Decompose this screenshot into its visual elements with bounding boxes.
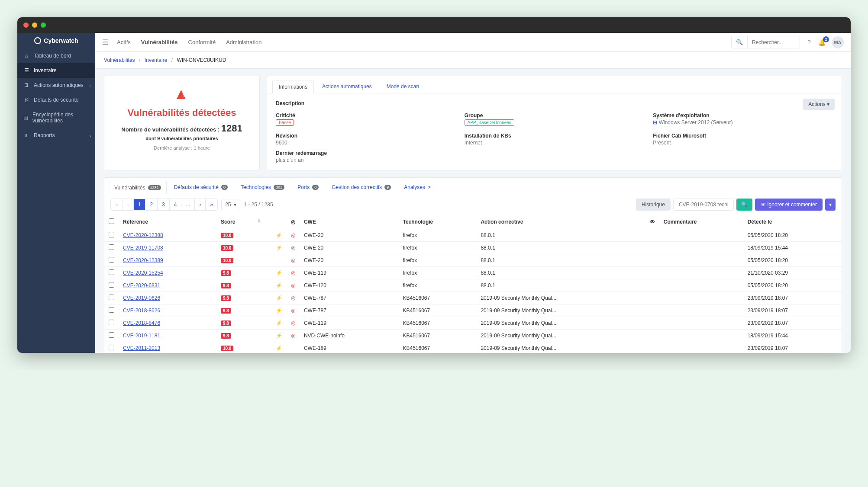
cve-link[interactable]: CVE-2019-1181 <box>123 333 160 339</box>
topnav-link-3[interactable]: Administration <box>226 39 261 45</box>
cve-link[interactable]: CVE-2018-8626 <box>123 308 160 314</box>
table-tab-4[interactable]: Gestion des correctifs9 <box>326 180 397 194</box>
table-row: CVE-2019-1181 9.8 ⚡ ◎ NVD-CWE-noinfo KB4… <box>104 330 842 342</box>
breadcrumb-vulnerabilities[interactable]: Vulnérabilités <box>104 57 135 63</box>
page-first[interactable]: « <box>111 199 123 210</box>
user-avatar[interactable]: MA <box>832 36 844 48</box>
target-icon: ◎ <box>291 257 295 263</box>
cve-filter-input[interactable] <box>673 199 734 211</box>
filter-search-button[interactable]: 🔍 <box>736 199 752 211</box>
page-›[interactable]: › <box>195 199 206 210</box>
cve-link[interactable]: CVE-2019-11708 <box>123 245 163 251</box>
exploit-icon: ⚡ <box>276 345 282 351</box>
score-badge: 9.8 <box>221 283 231 288</box>
minimize-window-button[interactable] <box>32 22 37 28</box>
sidebar-item-5[interactable]: ⫾Rapports‹ <box>17 128 95 143</box>
tab-count-badge: 0 <box>312 185 319 190</box>
tab-count-badge: 1281 <box>148 185 161 190</box>
vulnerabilities-table-card: Vulnérabilités1281Défauts de sécurité0Te… <box>104 177 842 353</box>
notifications-icon[interactable]: 🔔2 <box>818 39 826 46</box>
target-icon: ◎ <box>291 308 295 314</box>
score-badge: 9.8 <box>221 333 231 339</box>
os-value: ⊞ Windows Server 2012 (Serveur) <box>653 119 833 125</box>
menu-toggle-icon[interactable]: ☰ <box>102 38 108 46</box>
row-checkbox[interactable] <box>109 257 114 263</box>
page-2[interactable]: 2 <box>145 199 158 210</box>
row-checkbox[interactable] <box>109 295 114 300</box>
table-row: CVE-2020-6831 9.8 ⚡ ◎ CWE-120 firefox 88… <box>104 279 842 292</box>
exploit-icon: ⚡ <box>276 308 282 314</box>
row-checkbox[interactable] <box>109 332 114 338</box>
sidebar-item-2[interactable]: 🗓Actions automatiques‹ <box>17 78 95 93</box>
row-checkbox[interactable] <box>109 244 114 250</box>
info-tab-1[interactable]: Actions automatiques <box>316 80 378 93</box>
info-tab-0[interactable]: Informations <box>272 80 314 93</box>
topnav-link-2[interactable]: Conformité <box>188 39 216 45</box>
cve-link[interactable]: CVE-2020-12388 <box>123 232 163 238</box>
table-tab-0[interactable]: Vulnérabilités1281 <box>109 181 167 194</box>
select-all-checkbox[interactable] <box>109 218 114 224</box>
row-checkbox[interactable] <box>109 282 114 288</box>
row-checkbox[interactable] <box>109 269 114 275</box>
cve-link[interactable]: CVE-2019-0626 <box>123 295 160 301</box>
page-...[interactable]: ... <box>181 199 195 210</box>
page-4[interactable]: 4 <box>170 199 182 210</box>
topnav-link-1[interactable]: Vulnérabilités <box>141 39 178 45</box>
actions-dropdown[interactable]: Actions ▾ <box>803 99 835 110</box>
page-3[interactable]: 3 <box>158 199 170 210</box>
global-search-input[interactable] <box>748 37 800 48</box>
target-icon: ◎ <box>291 232 295 238</box>
page-»[interactable]: » <box>206 199 217 210</box>
cve-link[interactable]: CVE-2011-2013 <box>123 345 160 351</box>
table-row: CVE-2019-0626 9.8 ⚡ ◎ CWE-787 KB4516067 … <box>104 292 842 304</box>
sidebar-item-1[interactable]: ☰Inventaire <box>17 63 95 78</box>
sidebar-icon: 🗓 <box>23 82 29 88</box>
sidebar-item-0[interactable]: ⌂Tableau de bord <box>17 48 95 63</box>
row-checkbox[interactable] <box>109 307 114 313</box>
sidebar-item-4[interactable]: ▤Encyclopédie des vulnérabilités <box>17 107 95 128</box>
close-window-button[interactable] <box>23 22 29 28</box>
history-button[interactable]: Historique <box>636 199 671 211</box>
ignore-dropdown-button[interactable]: ▾ <box>825 199 836 211</box>
cve-link[interactable]: CVE-2020-12389 <box>123 257 163 263</box>
criticality-badge: Basse <box>276 119 294 126</box>
vulnerabilities-summary-card: ▲! Vulnérabilités détectées Nombre de vu… <box>104 76 260 170</box>
sidebar-item-3[interactable]: ⎘Défauts de sécurité <box>17 93 95 107</box>
info-tab-2[interactable]: Mode de scan <box>380 80 426 93</box>
breadcrumb-inventory[interactable]: Inventaire <box>145 57 168 63</box>
group-badge[interactable]: APP_BaseDeDonnees <box>465 119 514 126</box>
page-size-select[interactable]: 25 ▾ <box>221 199 240 210</box>
search-icon[interactable]: 🔍 <box>732 36 748 48</box>
vuln-card-title: Vulnérabilités détectées <box>113 107 251 119</box>
score-badge: 9.8 <box>221 308 231 314</box>
table-tab-5[interactable]: Analyses>_ <box>398 180 439 194</box>
help-icon[interactable]: ？ <box>806 38 812 46</box>
table-row: CVE-2018-8626 9.8 ⚡ ◎ CWE-787 KB4516067 … <box>104 304 842 317</box>
table-tab-1[interactable]: Défauts de sécurité0 <box>168 180 233 194</box>
table-tab-3[interactable]: Ports0 <box>292 180 324 194</box>
row-checkbox[interactable] <box>109 345 114 350</box>
exploit-icon: ⚡ <box>276 282 282 288</box>
page-1[interactable]: 1 <box>134 199 146 210</box>
table-row: CVE-2020-15254 9.8 ⚡ ◎ CWE-119 firefox 8… <box>104 267 842 279</box>
target-icon: ◎ <box>291 295 295 301</box>
maximize-window-button[interactable] <box>41 22 46 28</box>
table-tab-2[interactable]: Technologies301 <box>235 180 290 194</box>
warning-icon: ▲! <box>113 85 251 103</box>
exploit-icon: ⚡ <box>276 333 282 339</box>
sidebar-label: Rapports <box>34 132 55 138</box>
page-prev[interactable]: ‹ <box>123 199 134 210</box>
target-icon: ◎ <box>291 282 295 288</box>
cve-link[interactable]: CVE-2018-8476 <box>123 320 160 326</box>
topnav-link-0[interactable]: Actifs <box>117 39 131 45</box>
ignore-comment-button[interactable]: 👁 Ignorer et commenter <box>755 199 823 211</box>
exploit-icon: ⚡ <box>276 232 282 238</box>
row-checkbox[interactable] <box>109 232 114 237</box>
score-badge: 10.0 <box>221 233 233 238</box>
sidebar-label: Tableau de bord <box>34 53 71 59</box>
table-row: CVE-2018-8476 9.8 ⚡ ◎ CWE-119 KB4516067 … <box>104 317 842 330</box>
cve-link[interactable]: CVE-2020-15254 <box>123 270 163 276</box>
cve-link[interactable]: CVE-2020-6831 <box>123 282 160 288</box>
row-checkbox[interactable] <box>109 320 114 325</box>
target-icon: ◎ <box>291 333 295 339</box>
